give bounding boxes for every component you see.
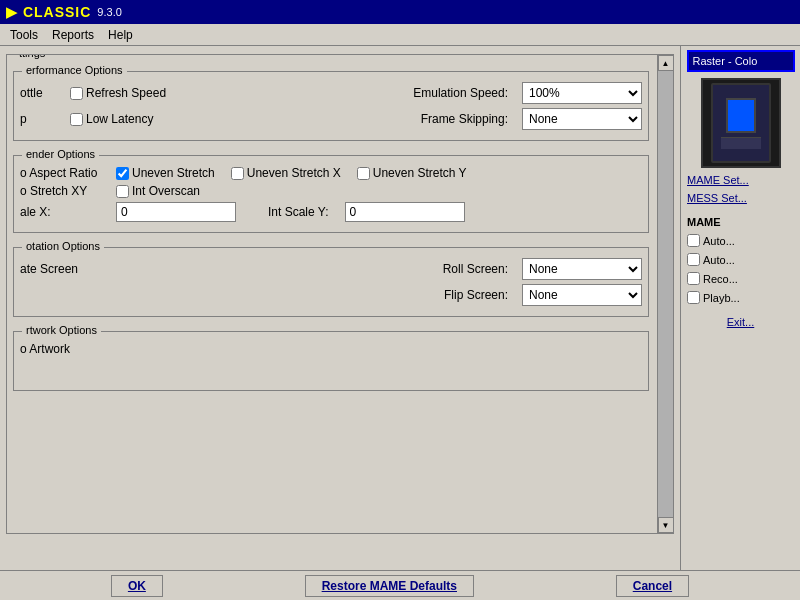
flip-screen-label: Flip Screen: <box>444 288 508 302</box>
mame-section-label: MAME <box>683 216 798 228</box>
right-check-4: Playb... <box>683 291 798 304</box>
int-scale-x-input[interactable] <box>116 202 236 222</box>
left-panel: ttings erformance Options ottle Refresh … <box>0 46 680 570</box>
rotation-group-title: otation Options <box>22 240 104 252</box>
scroll-up-btn[interactable]: ▲ <box>658 55 674 71</box>
auto2-label: Auto... <box>703 254 735 266</box>
low-latency-label: Low Latency <box>86 112 153 126</box>
ok-button[interactable]: OK <box>111 575 163 597</box>
emulation-speed-label: Emulation Speed: <box>413 86 508 100</box>
menu-help[interactable]: Help <box>102 26 139 44</box>
ip-label: p <box>20 112 60 126</box>
refresh-speed-checkbox[interactable] <box>70 87 83 100</box>
roll-screen-label: Roll Screen: <box>443 262 508 276</box>
right-check-3: Reco... <box>683 272 798 285</box>
uneven-stretch-y-checkbox[interactable] <box>357 167 370 180</box>
stretch-xy-label: o Stretch XY <box>20 184 100 198</box>
int-scale-x-label: ale X: <box>20 205 100 219</box>
aspect-ratio-label: o Aspect Ratio <box>20 166 100 180</box>
int-overscan-check[interactable]: Int Overscan <box>116 184 200 198</box>
settings-scrollbar[interactable]: ▲ ▼ <box>657 55 673 533</box>
menu-tools[interactable]: Tools <box>4 26 44 44</box>
uneven-stretch-y-label: Uneven Stretch Y <box>373 166 467 180</box>
reco-label: Reco... <box>703 273 738 285</box>
right-check-2: Auto... <box>683 253 798 266</box>
cabinet-controls <box>721 137 761 149</box>
mame-settings-link[interactable]: MAME Set... <box>683 174 798 186</box>
app-version: 9.3.0 <box>97 6 121 18</box>
uneven-stretch-x-checkbox[interactable] <box>231 167 244 180</box>
menu-reports[interactable]: Reports <box>46 26 100 44</box>
rotation-row-2: Flip Screen: None Horizontal Vertical <box>20 284 642 306</box>
artwork-group-title: rtwork Options <box>22 324 101 336</box>
cancel-button[interactable]: Cancel <box>616 575 689 597</box>
performance-group-title: erformance Options <box>22 64 127 76</box>
roll-screen-select[interactable]: None CW CCW 180 <box>522 258 642 280</box>
frame-skipping-label: Frame Skipping: <box>421 112 508 126</box>
mess-settings-link[interactable]: MESS Set... <box>683 192 798 204</box>
uneven-stretch-x-label: Uneven Stretch X <box>247 166 341 180</box>
logo-text: CLASSIC <box>23 4 91 20</box>
auto1-label: Auto... <box>703 235 735 247</box>
int-overscan-checkbox[interactable] <box>116 185 129 198</box>
int-scale-y-input[interactable] <box>345 202 465 222</box>
render-row-3: ale X: Int Scale Y: <box>20 202 642 222</box>
render-group: ender Options o Aspect Ratio Uneven Stre… <box>13 155 649 233</box>
uneven-stretch-y-check[interactable]: Uneven Stretch Y <box>357 166 467 180</box>
menu-bar: Tools Reports Help <box>0 24 800 46</box>
artwork-group: rtwork Options o Artwork <box>13 331 649 391</box>
reco-checkbox[interactable] <box>687 272 700 285</box>
artwork-row: o Artwork <box>20 342 642 356</box>
rotation-row-1: ate Screen Roll Screen: None CW CCW 180 <box>20 258 642 280</box>
throttle-label: ottle <box>20 86 60 100</box>
perf-row-1: ottle Refresh Speed Emulation Speed: 100… <box>20 82 642 104</box>
right-check-1: Auto... <box>683 234 798 247</box>
right-panel: Raster - Colo MAME Set... MESS Set... MA… <box>680 46 800 570</box>
render-row-2: o Stretch XY Int Overscan <box>20 184 642 198</box>
scroll-track[interactable] <box>658 71 673 517</box>
flip-screen-select[interactable]: None Horizontal Vertical <box>522 284 642 306</box>
raster-button[interactable]: Raster - Colo <box>687 50 795 72</box>
frame-skipping-select[interactable]: None 1 2 3 <box>522 108 642 130</box>
emulation-speed-select[interactable]: 100% 50% 75% 125% 150% <box>522 82 642 104</box>
int-scale-y-label: Int Scale Y: <box>268 205 329 219</box>
low-latency-checkbox[interactable] <box>70 113 83 126</box>
refresh-speed-check[interactable]: Refresh Speed <box>70 86 166 100</box>
uneven-stretch-checkbox[interactable] <box>116 167 129 180</box>
rotation-group: otation Options ate Screen Roll Screen: … <box>13 247 649 317</box>
playb-label: Playb... <box>703 292 740 304</box>
auto2-checkbox[interactable] <box>687 253 700 266</box>
int-overscan-label: Int Overscan <box>132 184 200 198</box>
perf-row-2: p Low Latency Frame Skipping: None 1 2 3 <box>20 108 642 130</box>
restore-button[interactable]: Restore MAME Defaults <box>305 575 474 597</box>
bottom-bar: OK Restore MAME Defaults Cancel <box>0 570 800 600</box>
uneven-stretch-label: Uneven Stretch <box>132 166 215 180</box>
uneven-stretch-check[interactable]: Uneven Stretch <box>116 166 215 180</box>
settings-outer-title: ttings <box>15 54 49 59</box>
render-row-1: o Aspect Ratio Uneven Stretch Uneven Str… <box>20 166 642 180</box>
exit-link[interactable]: Exit... <box>719 314 763 330</box>
app-logo: ▶ CLASSIC <box>6 4 91 20</box>
cabinet-screen <box>726 98 756 133</box>
auto1-checkbox[interactable] <box>687 234 700 247</box>
low-latency-check[interactable]: Low Latency <box>70 112 153 126</box>
main-layout: ttings erformance Options ottle Refresh … <box>0 46 800 570</box>
refresh-speed-label: Refresh Speed <box>86 86 166 100</box>
settings-content: erformance Options ottle Refresh Speed E… <box>11 59 669 529</box>
performance-group: erformance Options ottle Refresh Speed E… <box>13 71 649 141</box>
title-bar: ▶ CLASSIC 9.3.0 <box>0 0 800 24</box>
render-group-title: ender Options <box>22 148 99 160</box>
cabinet-image <box>701 78 781 168</box>
playb-checkbox[interactable] <box>687 291 700 304</box>
cabinet-body <box>711 83 771 163</box>
no-artwork-label: o Artwork <box>20 342 100 356</box>
rotate-screen-label: ate Screen <box>20 262 100 276</box>
settings-outer: ttings erformance Options ottle Refresh … <box>6 54 674 534</box>
scroll-down-btn[interactable]: ▼ <box>658 517 674 533</box>
uneven-stretch-x-check[interactable]: Uneven Stretch X <box>231 166 341 180</box>
